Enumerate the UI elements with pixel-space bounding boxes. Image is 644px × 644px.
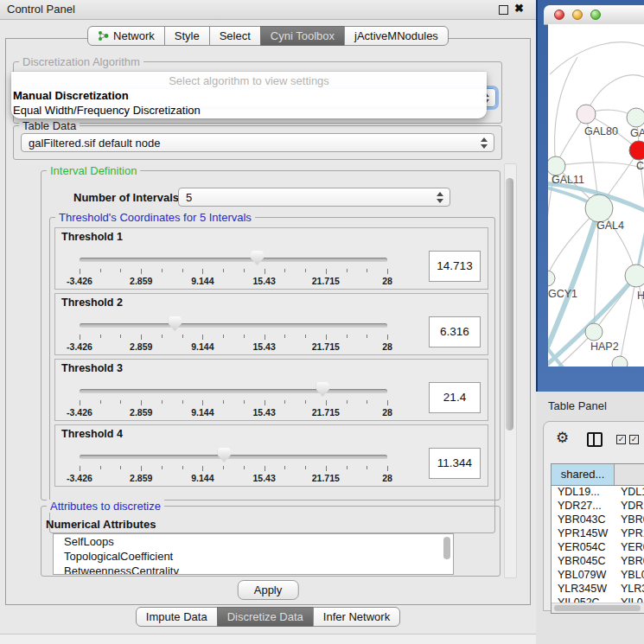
attribute-item-selfloops[interactable]: SelfLoops — [54, 534, 453, 549]
tab-cyni-toolbox[interactable]: Cyni Toolbox — [260, 26, 345, 46]
gear-icon[interactable]: ⚙ — [556, 429, 569, 447]
attribute-item-topologicalcoefficient[interactable]: TopologicalCoefficient — [54, 549, 453, 564]
slider-track[interactable] — [80, 258, 387, 262]
numerical-attributes-label: Numerical Attributes — [46, 518, 156, 531]
tab-jactivemnodules[interactable]: jActiveMNodules — [344, 26, 449, 46]
network-canvas[interactable]: GAL80GACGAL11GAL4HGCY1HAP2 — [548, 24, 644, 367]
tab-infer-network[interactable]: Infer Network — [313, 607, 400, 627]
table-row[interactable]: YPR145WYPR1 — [552, 527, 644, 541]
float-icon[interactable] — [499, 5, 508, 15]
column-header-na[interactable]: na — [615, 464, 644, 485]
table-cell[interactable]: YER054C — [552, 541, 615, 555]
table-cell[interactable]: YLR3 — [615, 583, 644, 596]
slider-tick-label: -3.426 — [67, 341, 92, 352]
table-cell[interactable]: YLR345W — [552, 583, 615, 596]
network-node-c[interactable] — [629, 141, 644, 160]
threshold-value-field[interactable]: 21.4 — [429, 382, 481, 413]
table-cell[interactable]: YDR27... — [552, 500, 615, 513]
table-row[interactable]: YBL079WYBL0 — [552, 569, 644, 583]
minimize-light-icon[interactable] — [572, 10, 583, 20]
slider-handle[interactable] — [316, 382, 329, 397]
close-light-icon[interactable] — [554, 10, 564, 20]
tab-select[interactable]: Select — [209, 26, 261, 46]
threshold-slider[interactable]: -3.4262.8599.14415.4321.71528 — [55, 360, 488, 420]
network-node-h[interactable] — [625, 265, 644, 287]
table-cell[interactable]: YBL0 — [615, 569, 644, 583]
tab-discretize-data[interactable]: Discretize Data — [217, 607, 314, 627]
tab-impute-data[interactable]: Impute Data — [136, 607, 218, 627]
threshold-value-field[interactable]: 11.344 — [429, 448, 481, 479]
table-row[interactable]: YLR345WYLR3 — [552, 583, 644, 596]
checkbox-icon[interactable]: ✓ — [629, 435, 639, 444]
column-header-shared-[interactable]: shared... — [552, 464, 615, 485]
network-node-gal4[interactable] — [585, 194, 613, 222]
slider-tick — [182, 466, 183, 469]
apply-button[interactable]: Apply — [238, 580, 299, 600]
table-row[interactable]: YDL19...YDL1 — [552, 486, 644, 500]
panel-scrollbar-thumb[interactable] — [506, 178, 513, 430]
attribute-item-betweennesscentrality[interactable]: BetweennessCentrality — [54, 564, 453, 575]
slider-handle[interactable] — [218, 448, 231, 462]
panel-scrollbar[interactable] — [504, 163, 517, 578]
algorithm-item-manual[interactable]: Manual Discretization — [11, 89, 487, 104]
threshold-slider[interactable]: -3.4262.8599.14415.4321.71528 — [55, 425, 488, 486]
network-node-hap2[interactable] — [585, 323, 603, 341]
number-of-intervals-combobox[interactable]: 5 — [178, 188, 450, 207]
threshold-value-field[interactable]: 6.316 — [429, 316, 481, 348]
algorithm-prompt-item[interactable]: Select algorithm to view settings — [11, 72, 487, 89]
control-panel: Control Panel ✖ Discretization Algorithm… — [0, 0, 536, 644]
table-cell[interactable]: YPR1 — [615, 527, 644, 541]
numerical-attributes-list[interactable]: SelfLoopsTopologicalCoefficientBetweenne… — [53, 533, 454, 575]
network-window-titlebar[interactable] — [544, 5, 644, 25]
table-cell[interactable]: YER0 — [615, 541, 644, 555]
table-hscrollbar-thumb[interactable] — [554, 605, 641, 611]
threshold-slider[interactable]: -3.4262.8599.14415.4321.71528 — [55, 294, 488, 354]
close-icon[interactable]: ✖ — [514, 2, 524, 15]
network-nodes[interactable] — [548, 105, 644, 367]
network-node-gcy1[interactable] — [548, 271, 555, 286]
table-hscrollbar[interactable] — [552, 603, 644, 613]
table-cell[interactable]: YDR2 — [615, 500, 644, 513]
slider-tick — [347, 269, 348, 272]
table-cell[interactable]: YDL19... — [552, 486, 615, 500]
tab-label: jActiveMNodules — [354, 29, 438, 42]
network-node[interactable] — [612, 356, 628, 367]
slider-handle[interactable] — [169, 316, 182, 331]
slider-track[interactable] — [80, 455, 387, 459]
columns-icon[interactable] — [587, 432, 603, 447]
list-scrollbar-thumb[interactable] — [443, 537, 450, 559]
table-body: YDL19...YDL1YDR27...YDR2YBR043CYBR0YPR14… — [552, 486, 644, 610]
threshold-value-field[interactable]: 14.713 — [429, 251, 481, 282]
network-graph[interactable]: GAL80GACGAL11GAL4HGCY1HAP2 — [548, 24, 644, 367]
slider-tick — [326, 400, 327, 405]
slider-track[interactable] — [80, 389, 387, 393]
table-cell[interactable]: YBR045C — [552, 555, 615, 569]
network-node-gal11[interactable] — [548, 156, 565, 175]
table-cell[interactable]: YBR0 — [615, 555, 644, 569]
table-cell[interactable]: YDL1 — [615, 486, 644, 500]
network-node-ga[interactable] — [627, 108, 644, 127]
table-cell[interactable]: YBL079W — [552, 569, 615, 583]
node-table[interactable]: shared...na YDL19...YDL1YDR27...YDR2YBR0… — [551, 463, 644, 614]
slider-tick — [202, 466, 203, 471]
zoom-light-icon[interactable] — [590, 10, 601, 20]
table-row[interactable]: YBR045CYBR0 — [552, 555, 644, 569]
table-data-combobox[interactable]: galFiltered.sif default node — [21, 133, 494, 152]
slider-track[interactable] — [80, 323, 387, 328]
tab-style[interactable]: Style — [164, 26, 210, 46]
table-row[interactable]: YDR27...YDR2 — [552, 500, 644, 513]
threshold-slider[interactable]: -3.4262.8599.14415.4321.71528 — [55, 228, 488, 289]
table-row[interactable]: YER054CYER0 — [552, 541, 644, 555]
checkbox-icon[interactable]: ✓ — [616, 435, 626, 444]
slider-tick — [387, 466, 388, 471]
table-cell[interactable]: YPR145W — [552, 527, 615, 541]
slider-tick — [162, 335, 163, 338]
slider-tick — [367, 400, 367, 404]
table-cell[interactable]: YBR043C — [552, 513, 615, 527]
table-cell[interactable]: YBR0 — [615, 513, 644, 527]
slider-handle[interactable] — [251, 251, 264, 265]
table-row[interactable]: YBR043CYBR0 — [552, 513, 644, 527]
network-node-gal80[interactable] — [577, 105, 596, 124]
algorithm-item-equal-width[interactable]: Equal Width/Frequency Discretization — [11, 104, 487, 118]
tab-network[interactable]: Network — [87, 26, 165, 46]
